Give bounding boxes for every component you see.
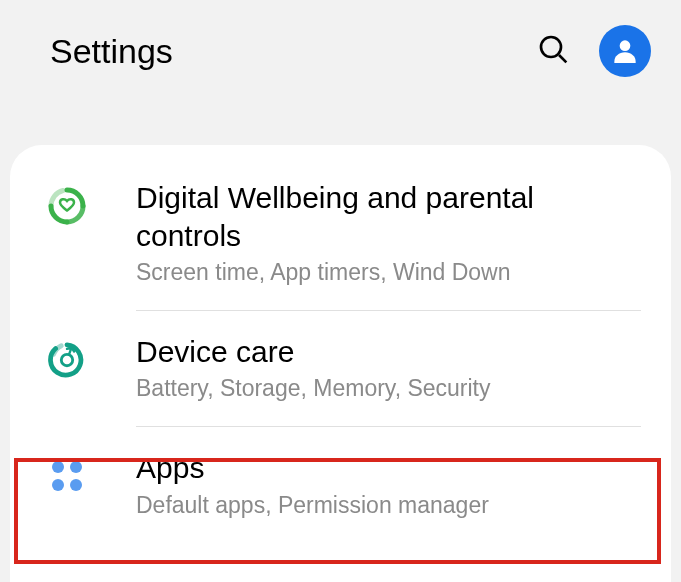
settings-card: Digital Wellbeing and parental controls … [10, 145, 671, 582]
list-item-digital-wellbeing[interactable]: Digital Wellbeing and parental controls … [10, 157, 671, 310]
list-item-title: Digital Wellbeing and parental controls [136, 179, 641, 254]
svg-point-3 [61, 354, 72, 365]
list-item-content: Digital Wellbeing and parental controls … [136, 179, 641, 288]
list-item-subtitle: Screen time, App timers, Wind Down [136, 258, 641, 288]
list-item-subtitle: Default apps, Permission manager [136, 491, 641, 521]
svg-point-2 [620, 40, 631, 51]
list-item-title: Device care [136, 333, 641, 371]
wellbeing-icon [46, 185, 88, 227]
list-item-apps[interactable]: Apps Default apps, Permission manager [10, 427, 671, 542]
list-item-subtitle: Battery, Storage, Memory, Security [136, 374, 641, 404]
account-avatar[interactable] [599, 25, 651, 77]
list-item-content: Apps Default apps, Permission manager [136, 449, 641, 520]
search-icon[interactable] [537, 33, 569, 69]
list-item-device-care[interactable]: Device care Battery, Storage, Memory, Se… [10, 311, 671, 426]
svg-point-0 [541, 37, 561, 57]
apps-icon [46, 455, 88, 497]
svg-line-1 [559, 55, 566, 62]
header: Settings [0, 0, 681, 80]
list-item-title: Apps [136, 449, 641, 487]
device-care-icon [46, 339, 88, 381]
list-item-content: Device care Battery, Storage, Memory, Se… [136, 333, 641, 404]
page-title: Settings [50, 32, 173, 71]
header-actions [537, 25, 651, 77]
